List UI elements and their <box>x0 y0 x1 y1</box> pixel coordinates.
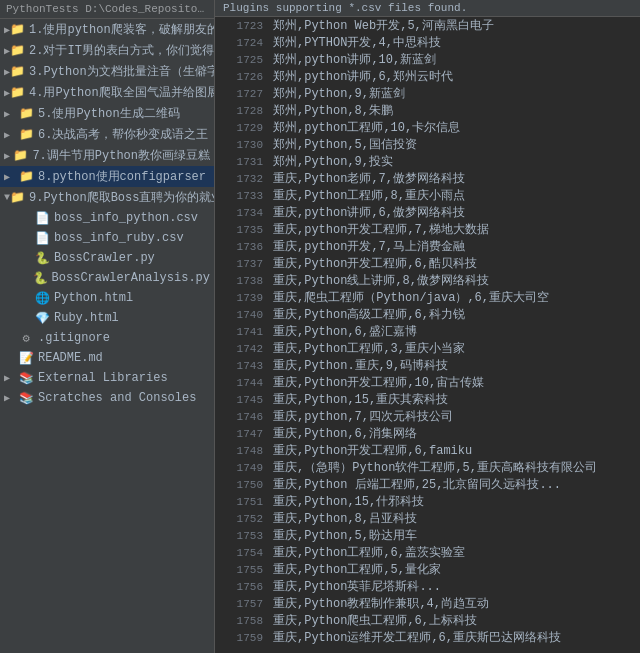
tree-item-boss-csv[interactable]: 📄boss_info_python.csv <box>0 208 214 228</box>
tree-arrow-icon: ▶ <box>4 392 18 404</box>
tree-item-item-2[interactable]: ▶📁2.对于IT男的表白方式，你们觉得为什么这 <box>0 40 214 61</box>
line-content: 重庆,Python教程制作兼职,4,尚趋互动 <box>273 595 489 612</box>
table-row: 1759重庆,Python运维开发工程师,6,重庆斯巴达网络科技 <box>215 629 640 646</box>
line-number: 1726 <box>223 71 263 83</box>
lib-icon: 📚 <box>18 390 34 406</box>
tree-item-python-html[interactable]: 🌐Python.html <box>0 288 214 308</box>
line-number: 1725 <box>223 54 263 66</box>
python-icon: 🐍 <box>34 250 50 266</box>
tree-item-item-7[interactable]: ▶📁7.调牛节用Python教你画绿豆糕 <box>0 145 214 166</box>
line-content: 重庆,Python,8,吕亚科技 <box>273 510 417 527</box>
tree-label: README.md <box>38 351 103 365</box>
line-content: 重庆,Python,15,什邪科技 <box>273 493 424 510</box>
tree-item-item-4[interactable]: ▶📁4.用Python爬取全国气温并给图展示Top1 <box>0 82 214 103</box>
line-content: 重庆,Python,15,重庆其索科技 <box>273 391 448 408</box>
line-content: 重庆,python开发工程师,7,梯地大数据 <box>273 221 489 238</box>
line-number: 1759 <box>223 632 263 644</box>
line-content: 重庆,Python开发工程师,10,宙古传媒 <box>273 374 484 391</box>
line-content: 郑州,python讲师,10,新蓝剑 <box>273 51 436 68</box>
line-number: 1735 <box>223 224 263 236</box>
tree-item-item-6[interactable]: ▶📁6.决战高考，帮你秒变成语之王 <box>0 124 214 145</box>
folder-icon: 📁 <box>10 43 25 59</box>
line-number: 1748 <box>223 445 263 457</box>
line-content: 重庆,Python 后端工程师,25,北京留同久远科技... <box>273 476 561 493</box>
tree-item-item-5[interactable]: ▶📁5.使用Python生成二维码 <box>0 103 214 124</box>
line-number: 1747 <box>223 428 263 440</box>
line-content: 郑州,Python,8,朱鹏 <box>273 102 393 119</box>
tree-item-item-1[interactable]: ▶📁1.使用python爬装客，破解朋友的网站 <box>0 19 214 40</box>
content-area[interactable]: 1723郑州,Python Web开发,5,河南黑白电子1724郑州,PYTHO… <box>215 17 640 653</box>
table-row: 1742重庆,Python工程师,3,重庆小当家 <box>215 340 640 357</box>
line-number: 1723 <box>223 20 263 32</box>
line-content: 郑州,Python,9,投实 <box>273 153 393 170</box>
tree-label: Ruby.html <box>54 311 119 325</box>
line-content: 郑州,PYTHON开发,4,中思科技 <box>273 34 441 51</box>
csv-icon: 📄 <box>34 210 50 226</box>
table-row: 1727郑州,Python,9,新蓝剑 <box>215 85 640 102</box>
table-row: 1730郑州,Python,5,国信投资 <box>215 136 640 153</box>
table-row: 1739重庆,爬虫工程师（Python/java）,6,重庆大司空 <box>215 289 640 306</box>
folder-icon: 📁 <box>10 85 25 101</box>
tree-arrow-icon: ▶ <box>4 129 18 141</box>
tree-label: 3.Python为文档批量注音（生僻字歌词为例 <box>29 63 214 80</box>
line-content: 重庆,python讲师,6,傲梦网络科技 <box>273 204 465 221</box>
tree-item-ruby-html[interactable]: 💎Ruby.html <box>0 308 214 328</box>
tree-label: 8.python使用configparser <box>38 168 206 185</box>
tree-item-scratches[interactable]: ▶📚Scratches and Consoles <box>0 388 214 408</box>
line-number: 1751 <box>223 496 263 508</box>
table-row: 1752重庆,Python,8,吕亚科技 <box>215 510 640 527</box>
tree-label: Python.html <box>54 291 133 305</box>
tree-label: boss_info_python.csv <box>54 211 198 225</box>
line-content: 重庆,Python开发工程师,6,酷贝科技 <box>273 255 477 272</box>
table-row: 1748重庆,Python开发工程师,6,famiku <box>215 442 640 459</box>
line-number: 1755 <box>223 564 263 576</box>
tree-item-readme[interactable]: 📝README.md <box>0 348 214 368</box>
table-row: 1737重庆,Python开发工程师,6,酷贝科技 <box>215 255 640 272</box>
table-row: 1740重庆,Python高级工程师,6,科力锐 <box>215 306 640 323</box>
tree-item-boss-analysis[interactable]: 🐍BossCrawlerAnalysis.py <box>0 268 214 288</box>
line-number: 1746 <box>223 411 263 423</box>
line-number: 1745 <box>223 394 263 406</box>
line-content: 郑州,Python,9,新蓝剑 <box>273 85 405 102</box>
line-number: 1734 <box>223 207 263 219</box>
line-number: 1758 <box>223 615 263 627</box>
python-icon: 🐍 <box>32 270 47 286</box>
table-row: 1734重庆,python讲师,6,傲梦网络科技 <box>215 204 640 221</box>
line-content: 重庆,Python老师,7,傲梦网络科技 <box>273 170 465 187</box>
line-content: 郑州,Python Web开发,5,河南黑白电子 <box>273 17 494 34</box>
line-content: 重庆,Python爬虫工程师,6,上标科技 <box>273 612 477 629</box>
html-icon: 🌐 <box>34 290 50 306</box>
tree-item-gitignore[interactable]: ⚙.gitignore <box>0 328 214 348</box>
table-row: 1744重庆,Python开发工程师,10,宙古传媒 <box>215 374 640 391</box>
tree-item-boss-crawler[interactable]: 🐍BossCrawler.py <box>0 248 214 268</box>
md-icon: 📝 <box>18 350 34 366</box>
folder-icon: 📁 <box>10 64 25 80</box>
line-number: 1727 <box>223 88 263 100</box>
table-row: 1732重庆,Python老师,7,傲梦网络科技 <box>215 170 640 187</box>
table-row: 1738重庆,Python线上讲师,8,傲梦网络科技 <box>215 272 640 289</box>
tree-item-item-3[interactable]: ▶📁3.Python为文档批量注音（生僻字歌词为例 <box>0 61 214 82</box>
tree-item-item-9[interactable]: ▼📁9.Python爬取Boss直聘为你的就业指引方 <box>0 187 214 208</box>
table-row: 1731郑州,Python,9,投实 <box>215 153 640 170</box>
line-number: 1757 <box>223 598 263 610</box>
table-row: 1735重庆,python开发工程师,7,梯地大数据 <box>215 221 640 238</box>
line-content: 重庆,Python运维开发工程师,6,重庆斯巴达网络科技 <box>273 629 561 646</box>
line-number: 1740 <box>223 309 263 321</box>
folder-icon: 📁 <box>18 127 34 143</box>
sidebar: PythonTests D:\Codes_Repository\Pytho ▶📁… <box>0 0 215 653</box>
line-content: 重庆,爬虫工程师（Python/java）,6,重庆大司空 <box>273 289 549 306</box>
line-number: 1738 <box>223 275 263 287</box>
tree-item-boss-ruby-csv[interactable]: 📄boss_info_ruby.csv <box>0 228 214 248</box>
sidebar-header: PythonTests D:\Codes_Repository\Pytho <box>0 0 214 19</box>
line-content: 重庆,Python高级工程师,6,科力锐 <box>273 306 465 323</box>
table-row: 1755重庆,Python工程师,5,量化家 <box>215 561 640 578</box>
tree-item-ext-lib[interactable]: ▶📚External Libraries <box>0 368 214 388</box>
table-row: 1750重庆,Python 后端工程师,25,北京留同久远科技... <box>215 476 640 493</box>
line-content: 重庆,Python工程师,6,盖茨实验室 <box>273 544 465 561</box>
line-number: 1733 <box>223 190 263 202</box>
table-row: 1733重庆,Python工程师,8,重庆小雨点 <box>215 187 640 204</box>
table-row: 1736重庆,python开发,7,马上消费金融 <box>215 238 640 255</box>
tree-item-item-8[interactable]: ▶📁8.python使用configparser <box>0 166 214 187</box>
tree-label: 1.使用python爬装客，破解朋友的网站 <box>29 21 214 38</box>
table-row: 1743重庆,Python.重庆,9,码博科技 <box>215 357 640 374</box>
